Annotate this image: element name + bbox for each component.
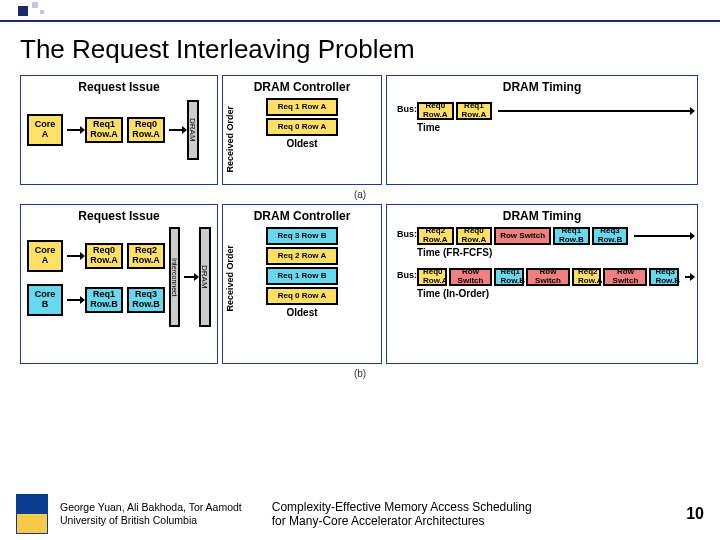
queue-entry: Req 0 Row A [266, 287, 338, 305]
page-number: 10 [686, 505, 704, 523]
core-b-box: Core B [27, 284, 63, 316]
affiliation: University of British Columbia [60, 514, 242, 527]
bus-label: Bus: [397, 229, 417, 239]
bus-label: Bus: [397, 270, 417, 280]
bus-label: Bus: [397, 104, 417, 114]
slide-title: The Request Interleaving Problem [20, 34, 700, 65]
queue-entry: Req 3 Row B [266, 227, 338, 245]
panel-request-issue-b: Request Issue Core A Req0Row.A Req2Row.A… [20, 204, 218, 364]
axis-label: Received Order [225, 245, 235, 312]
time-axis-label: Time (FR-FCFS) [417, 247, 691, 258]
panel-title: DRAM Controller [229, 209, 375, 223]
figure-row-b: Request Issue Core A Req0Row.A Req2Row.A… [20, 204, 700, 364]
req-box: Req2Row.A [127, 243, 165, 269]
timeline-req: Req1Row.B [553, 227, 590, 245]
timeline-req: Req2Row.A [572, 268, 602, 286]
arrow-icon [67, 255, 81, 257]
panel-title: DRAM Timing [393, 80, 691, 94]
panel-dram-timing-b: DRAM Timing Bus: Req2Row.A Req0Row.A Row… [386, 204, 698, 364]
req-box: Req0Row.A [127, 117, 165, 143]
ubc-logo-icon [16, 494, 48, 534]
queue-entry: Req 1 Row B [266, 267, 338, 285]
time-axis-label: Time (In-Order) [417, 288, 691, 299]
dram-label: DRAM [187, 100, 199, 160]
core-a-box: Core A [27, 240, 63, 272]
pub-title-1: Complexity-Effective Memory Access Sched… [272, 500, 674, 514]
timeline-req: Req2Row.A [417, 227, 454, 245]
panel-request-issue-a: Request Issue Core A Req1Row.A Req0Row.A… [20, 75, 218, 185]
timeline-req: Req3Row.B [592, 227, 629, 245]
queue-entry: Req 1 Row A [266, 98, 338, 116]
timeline-req: Req0Row.A [417, 102, 454, 120]
panel-title: DRAM Controller [229, 80, 375, 94]
timeline-req: Req3Row.B [649, 268, 679, 286]
figure-row-a: Request Issue Core A Req1Row.A Req0Row.A… [20, 75, 700, 185]
panel-dram-timing-a: DRAM Timing Bus: Req0Row.A Req1Row.A Tim… [386, 75, 698, 185]
timeline-req: Req1Row.A [456, 102, 493, 120]
timeline-switch: Row Switch [449, 268, 493, 286]
time-arrow-icon [685, 276, 691, 278]
interconnect-label: Interconnect [169, 227, 180, 327]
arrow-icon [67, 129, 81, 131]
slide-footer: George Yuan, Ali Bakhoda, Tor Aamodt Uni… [0, 494, 720, 534]
subfigure-label-a: (a) [20, 189, 700, 200]
req-box: Req0Row.A [85, 243, 123, 269]
subfigure-label-b: (b) [20, 368, 700, 379]
timeline-switch: Row Switch [526, 268, 570, 286]
panel-title: DRAM Timing [393, 209, 691, 223]
timeline-req: Req0Row.A [417, 268, 447, 286]
panel-title: Request Issue [27, 209, 211, 223]
queue-entry: Req 0 Row A [266, 118, 338, 136]
req-box: Req1Row.A [85, 117, 123, 143]
timeline-req: Req0Row.A [456, 227, 493, 245]
panel-dram-controller-a: DRAM Controller Received Order Req 1 Row… [222, 75, 382, 185]
panel-title: Request Issue [27, 80, 211, 94]
figure-group: Request Issue Core A Req1Row.A Req0Row.A… [20, 75, 700, 379]
queue-entry: Req 2 Row A [266, 247, 338, 265]
dram-label: DRAM [199, 227, 211, 327]
time-axis-label: Time [417, 122, 691, 133]
panel-dram-controller-b: DRAM Controller Received Order Req 3 Row… [222, 204, 382, 364]
authors: George Yuan, Ali Bakhoda, Tor Aamodt [60, 501, 242, 514]
slide-top-accent [0, 0, 720, 22]
time-arrow-icon [634, 235, 691, 237]
timeline-switch: Row Switch [603, 268, 647, 286]
core-a-box: Core A [27, 114, 63, 146]
arrow-icon [184, 276, 195, 278]
axis-label: Received Order [225, 106, 235, 173]
pub-title-2: for Many-Core Accelerator Architectures [272, 514, 674, 528]
arrow-icon [67, 299, 81, 301]
oldest-label: Oldest [229, 138, 375, 149]
author-block: George Yuan, Ali Bakhoda, Tor Aamodt Uni… [60, 501, 242, 526]
timeline-switch: Row Switch [494, 227, 551, 245]
publication-block: Complexity-Effective Memory Access Sched… [272, 500, 674, 529]
req-box: Req3Row.B [127, 287, 165, 313]
timeline-req: Req1Row.B [494, 268, 524, 286]
arrow-icon [169, 129, 183, 131]
req-box: Req1Row.B [85, 287, 123, 313]
oldest-label: Oldest [229, 307, 375, 318]
time-arrow-icon [498, 110, 691, 112]
